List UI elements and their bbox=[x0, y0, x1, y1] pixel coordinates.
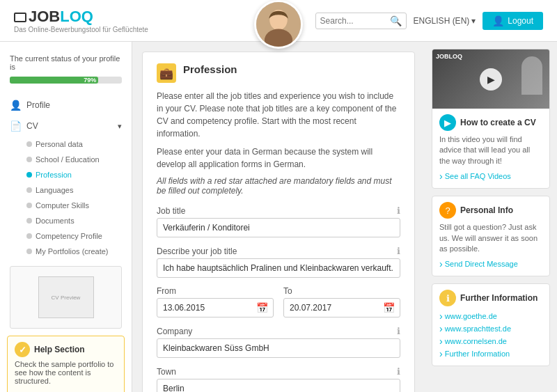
sidebar-item-documents[interactable]: Documents bbox=[0, 213, 132, 228]
from-group: From 📅 bbox=[157, 286, 274, 317]
sidebar-item-competency[interactable]: Competency Profile bbox=[0, 228, 132, 244]
company-input[interactable] bbox=[157, 338, 400, 358]
logout-button[interactable]: 👤 Logout bbox=[483, 12, 543, 30]
further-info-card: ℹ Further Information www.goethe.de www.… bbox=[432, 283, 550, 366]
right-panel: JOBLOQ ▶ ▶ How to create a CV In this vi… bbox=[425, 42, 557, 392]
help-links: Cover Letter Self-Test Competency Profil… bbox=[15, 389, 117, 392]
form-panel: 💼 Profession Please enter all the job ti… bbox=[142, 52, 415, 392]
play-icon: ▶ bbox=[439, 114, 456, 131]
job-title-group: Job title ℹ bbox=[157, 205, 400, 237]
video-thumbnail[interactable]: JOBLOQ ▶ bbox=[432, 49, 549, 109]
logo: JOBLOQ Das Online-Bewerbungstool für Gef… bbox=[14, 8, 148, 33]
sidebar-item-profile[interactable]: 👤 Profile bbox=[0, 95, 132, 116]
avatar-container bbox=[254, 0, 303, 49]
nav-dot bbox=[26, 157, 32, 162]
sidebar-item-portfolios[interactable]: My Portfolios (create) bbox=[0, 244, 132, 259]
describe-input[interactable] bbox=[157, 258, 400, 278]
nav-dot bbox=[26, 218, 32, 224]
search-icon: 🔍 bbox=[390, 15, 402, 26]
nav-dot-active bbox=[26, 172, 32, 178]
calendar-icon: 📅 bbox=[383, 302, 395, 313]
goethe-link[interactable]: www.goethe.de bbox=[439, 310, 542, 322]
logout-icon: 👤 bbox=[492, 15, 504, 26]
help-section: ✓ Help Section Check the sample portfoli… bbox=[7, 336, 125, 392]
cv-preview: CV Preview bbox=[10, 266, 122, 329]
town-group: Town ℹ bbox=[157, 366, 400, 392]
nav-dot bbox=[26, 203, 32, 208]
chevron-down-icon: ▾ bbox=[471, 16, 476, 26]
to-group: To 📅 bbox=[283, 286, 400, 317]
intro-text-3: All fields with a red star attached are … bbox=[157, 176, 400, 196]
sidebar-item-cv[interactable]: 📄 CV ▾ bbox=[0, 116, 132, 136]
avatar bbox=[254, 0, 303, 49]
intro-text-1: Please enter all the job titles and expe… bbox=[157, 90, 400, 140]
section-title: Profession bbox=[183, 63, 237, 75]
profession-icon: 💼 bbox=[157, 63, 176, 83]
info-icon[interactable]: ℹ bbox=[397, 326, 400, 336]
video-card: JOBLOQ ▶ ▶ How to create a CV In this vi… bbox=[432, 49, 550, 189]
company-group: Company ℹ bbox=[157, 326, 400, 358]
personal-info-card: ? Personal Info Still got a question? Ju… bbox=[432, 196, 550, 276]
language-selector[interactable]: ENGLISH (EN) ▾ bbox=[414, 16, 476, 26]
nav-dot bbox=[26, 141, 32, 147]
sidebar-item-computer-skills[interactable]: Computer Skills bbox=[0, 198, 132, 213]
job-title-input[interactable] bbox=[157, 218, 400, 237]
profile-status-label: The current status of your profile is bbox=[0, 49, 132, 74]
person-silhouette bbox=[521, 56, 542, 95]
nav-dot bbox=[26, 233, 32, 239]
sprachtest-link[interactable]: www.sprachttest.de bbox=[439, 322, 542, 335]
town-input[interactable] bbox=[157, 379, 400, 392]
sidebar: The current status of your profile is 79… bbox=[0, 42, 132, 392]
date-row: From 📅 To 📅 bbox=[157, 286, 400, 326]
direct-message-link[interactable]: Send Direct Message bbox=[439, 258, 542, 270]
nav-dot bbox=[26, 187, 32, 193]
info-icon[interactable]: ℹ bbox=[397, 205, 400, 216]
sidebar-item-languages[interactable]: Languages bbox=[0, 182, 132, 198]
main-layout: The current status of your profile is 79… bbox=[0, 42, 557, 392]
cv-icon: 📄 bbox=[10, 120, 21, 132]
cornelsen-link[interactable]: www.cornelsen.de bbox=[439, 335, 542, 347]
info-icon[interactable]: ℹ bbox=[397, 366, 400, 377]
section-header: 💼 Profession bbox=[157, 63, 400, 83]
search-input[interactable] bbox=[320, 16, 390, 26]
sidebar-item-school[interactable]: School / Education bbox=[0, 152, 132, 167]
video-watermark: JOBLOQ bbox=[436, 53, 462, 60]
progress-bar-fill: 79% bbox=[10, 77, 98, 84]
sidebar-item-profession[interactable]: Profession bbox=[0, 167, 132, 182]
faq-videos-link[interactable]: See all FAQ Videos bbox=[439, 170, 542, 182]
sidebar-item-personal-data[interactable]: Personal data bbox=[0, 136, 132, 152]
header: JOBLOQ Das Online-Bewerbungstool für Gef… bbox=[0, 0, 557, 42]
play-button[interactable]: ▶ bbox=[480, 68, 502, 91]
question-icon: ? bbox=[439, 202, 456, 219]
nav-dot bbox=[26, 249, 32, 254]
info-circle-icon: ℹ bbox=[439, 290, 456, 306]
info-icon[interactable]: ℹ bbox=[397, 246, 400, 256]
further-info-link[interactable]: Further Information bbox=[439, 347, 542, 360]
user-icon: 👤 bbox=[10, 100, 21, 111]
describe-group: Describe your job title ℹ bbox=[157, 246, 400, 278]
intro-text-2: Please enter your data in German because… bbox=[157, 146, 400, 171]
search-box[interactable]: 🔍 bbox=[315, 13, 407, 29]
help-icon: ✓ bbox=[15, 342, 30, 357]
header-right: 🔍 ENGLISH (EN) ▾ 👤 Logout bbox=[315, 12, 543, 30]
chevron-down-icon: ▾ bbox=[118, 122, 122, 131]
main-content: 💼 Profession Please enter all the job ti… bbox=[132, 42, 425, 392]
help-link-cover-letter[interactable]: Cover Letter bbox=[15, 389, 117, 392]
calendar-icon: 📅 bbox=[256, 302, 268, 313]
progress-bar: 79% bbox=[10, 77, 122, 84]
